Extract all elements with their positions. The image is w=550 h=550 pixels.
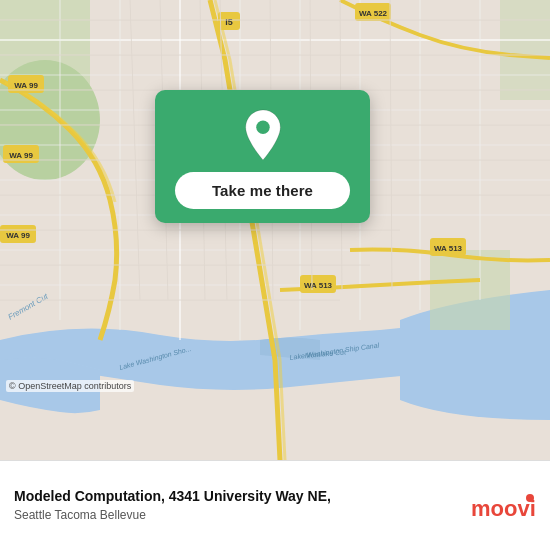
svg-text:WA 99: WA 99 [9, 151, 33, 160]
location-card: Take me there [155, 90, 370, 223]
svg-point-58 [256, 121, 269, 134]
moovit-logo-svg: moovit [471, 490, 536, 522]
map-container: I5 I5 WA 99 WA 99 WA 99 WA 522 WA 513 [0, 0, 550, 460]
svg-text:WA 99: WA 99 [14, 81, 38, 90]
location-name: Modeled Computation, 4341 University Way… [14, 487, 459, 505]
svg-rect-4 [430, 250, 510, 330]
svg-text:WA 513: WA 513 [434, 244, 463, 253]
location-info: Modeled Computation, 4341 University Way… [14, 487, 459, 524]
svg-point-60 [526, 494, 534, 502]
take-me-there-button[interactable]: Take me there [175, 172, 350, 209]
svg-text:WA 513: WA 513 [304, 281, 333, 290]
moovit-logo: moovit [471, 490, 536, 522]
map-attribution: © OpenStreetMap contributors [6, 380, 134, 392]
svg-rect-3 [500, 0, 550, 100]
svg-text:WA 522: WA 522 [359, 9, 388, 18]
svg-text:WA 99: WA 99 [6, 231, 30, 240]
bottom-bar: Modeled Computation, 4341 University Way… [0, 460, 550, 550]
app-container: I5 I5 WA 99 WA 99 WA 99 WA 522 WA 513 [0, 0, 550, 550]
svg-text:I5: I5 [225, 17, 233, 27]
location-city: Seattle Tacoma Bellevue [14, 507, 459, 524]
svg-text:moovit: moovit [471, 496, 536, 521]
location-pin-icon [240, 108, 286, 160]
